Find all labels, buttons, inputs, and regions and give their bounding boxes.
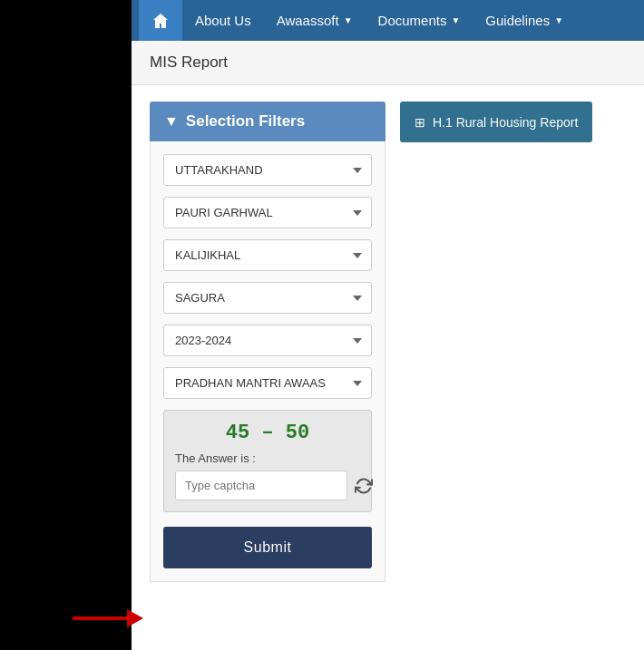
filter-panel: ▼ Selection Filters UTTARAKHAND PAURI GA…	[150, 102, 385, 582]
report-button-label: H.1 Rural Housing Report	[433, 115, 578, 130]
captcha-refresh-button[interactable]	[355, 472, 373, 500]
village-select[interactable]: SAGURA	[163, 282, 372, 314]
content-body: ▼ Selection Filters UTTARAKHAND PAURI GA…	[132, 85, 644, 598]
awaassoft-chevron-icon: ▼	[344, 15, 353, 25]
awaassoft-nav-item[interactable]: Awaassoft ▼	[264, 0, 366, 41]
block-select[interactable]: KALIJIKHAL	[163, 239, 372, 271]
guidelines-chevron-icon: ▼	[554, 15, 563, 25]
filter-header: ▼ Selection Filters	[150, 102, 385, 141]
captcha-label: The Answer is :	[175, 451, 360, 465]
documents-nav-item[interactable]: Documents ▼	[366, 0, 473, 41]
submit-button[interactable]: Submit	[163, 527, 372, 568]
report-button-area: ⊞ H.1 Rural Housing Report	[400, 102, 592, 142]
captcha-number: 45 – 50	[175, 422, 360, 444]
filter-header-label: Selection Filters	[186, 112, 305, 131]
home-nav-button[interactable]	[139, 0, 182, 41]
arrow-head	[127, 609, 143, 627]
documents-chevron-icon: ▼	[451, 15, 460, 25]
arrow-line	[73, 616, 127, 620]
arrow-indicator	[73, 609, 143, 627]
navbar: About Us Awaassoft ▼ Documents ▼ Guideli…	[132, 0, 644, 41]
rural-housing-report-button[interactable]: ⊞ H.1 Rural Housing Report	[400, 102, 592, 142]
filter-icon: ▼	[164, 113, 179, 130]
captcha-input-row	[175, 471, 360, 500]
submit-row: Submit	[163, 527, 372, 568]
state-select[interactable]: UTTARAKHAND	[163, 154, 372, 186]
page-title-bar: MIS Report	[132, 41, 644, 85]
home-icon	[151, 12, 170, 30]
captcha-input[interactable]	[175, 471, 347, 500]
page-title: MIS Report	[150, 53, 228, 71]
about-us-nav-item[interactable]: About Us	[182, 0, 264, 41]
scheme-select[interactable]: PRADHAN MANTRI AWAAS	[163, 367, 372, 399]
refresh-icon	[355, 477, 373, 495]
captcha-box: 45 – 50 The Answer is :	[163, 410, 372, 512]
district-select[interactable]: PAURI GARHWAL	[163, 197, 372, 228]
table-icon: ⊞	[415, 115, 425, 130]
year-select[interactable]: 2023-2024	[163, 325, 372, 356]
left-sidebar	[0, 0, 132, 650]
guidelines-nav-item[interactable]: Guidelines ▼	[473, 0, 576, 41]
filter-body: UTTARAKHAND PAURI GARHWAL KALIJIKHAL SAG…	[150, 141, 385, 582]
